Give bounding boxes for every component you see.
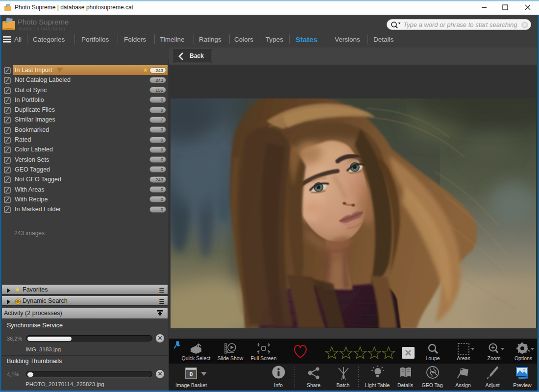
svg-text:0: 0 xyxy=(190,371,193,378)
